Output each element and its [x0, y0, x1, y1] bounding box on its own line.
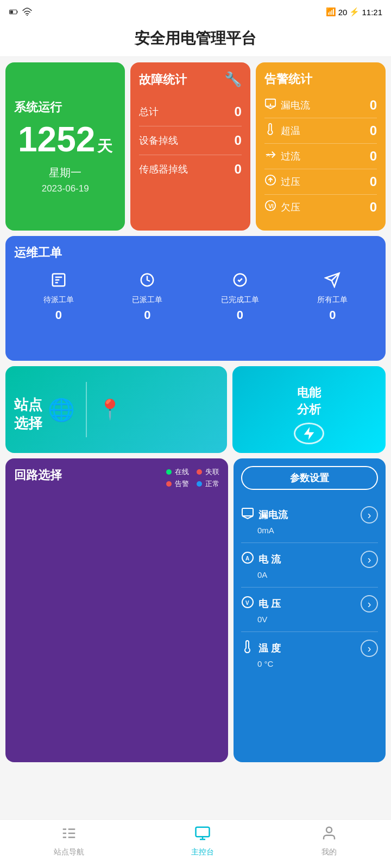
fault-title: 故障统计 [139, 72, 187, 88]
maintenance-card[interactable]: 运维工单 待派工单 0 已派工单 0 [5, 236, 386, 361]
time: 11:21 [362, 8, 382, 17]
param-temp-arrow[interactable]: › [361, 640, 378, 657]
svg-rect-32 [195, 827, 209, 837]
overtemp-icon [264, 123, 276, 138]
param-leakage-arrow[interactable]: › [361, 506, 378, 524]
alert-row-overvoltage: 过压 0 [264, 169, 377, 195]
divider [86, 382, 87, 437]
nav-item-mine[interactable]: 我的 [321, 825, 337, 857]
wifi-icon [22, 7, 33, 17]
station-card[interactable]: 站点 选择 🌐 📍 [5, 366, 227, 453]
nav-item-dashboard[interactable]: 主控台 [191, 825, 214, 857]
row4: 回路选择 在线 失联 告警 正常 [5, 458, 386, 762]
param-voltage[interactable]: V 电 压 › 0V [241, 588, 378, 632]
system-card[interactable]: 系统运行 1252 天 星期一 2023-06-19 [5, 62, 125, 231]
svg-point-3 [27, 15, 28, 16]
offline-dot [197, 469, 202, 475]
normal-dot [197, 481, 202, 487]
param-voltage-arrow[interactable]: › [361, 595, 378, 612]
param-leakage-value: 0mA [257, 526, 378, 535]
param-voltage-value: 0V [257, 615, 378, 624]
svg-rect-21 [242, 508, 253, 516]
param-temp-label: 温 度 [258, 642, 281, 655]
param-temp[interactable]: 温 度 › 0 °C [241, 632, 378, 676]
system-date: 2023-06-19 [42, 183, 89, 194]
row2: 运维工单 待派工单 0 已派工单 0 [5, 236, 386, 361]
param-temp-value: 0 °C [257, 659, 378, 668]
row3: 站点 选择 🌐 📍 电能 分析 [5, 366, 386, 453]
globe-icon: 🌐 [48, 397, 75, 423]
fault-row-total: 总计 0 [139, 98, 241, 126]
alert-row-overcurrent: A 过流 0 [264, 144, 377, 169]
circuit-area [14, 494, 219, 727]
alert-dot [166, 481, 172, 487]
param-current-icon: A [241, 551, 254, 567]
param-current-value: 0A [257, 570, 378, 579]
work-item-pending[interactable]: 待派工单 0 [43, 272, 74, 322]
done-icon [232, 272, 248, 292]
fault-card[interactable]: 故障统计 🔧 总计 0 设备掉线 0 传感器掉线 0 [130, 62, 250, 231]
status-right: 📶 20 ⚡ 11:21 [326, 7, 382, 17]
svg-text:VI: VI [268, 203, 274, 209]
work-item-assigned[interactable]: 已派工单 0 [132, 272, 162, 322]
param-leakage-icon [241, 507, 254, 523]
svg-rect-1 [17, 11, 18, 13]
param-current[interactable]: A 电 流 › 0A [241, 543, 378, 588]
system-label: 系统运行 [14, 99, 62, 116]
params-settings-button[interactable]: 参数设置 [241, 466, 378, 490]
nav-dashboard-label: 主控台 [191, 847, 214, 857]
alert-row-overtemp: 超温 0 [264, 118, 377, 144]
work-item-done[interactable]: 已完成工单 0 [221, 272, 259, 322]
energy-title: 电能 分析 [297, 386, 321, 416]
fault-row-device: 设备掉线 0 [139, 126, 241, 155]
battery-icon [9, 7, 18, 17]
nav-station-label: 站点导航 [54, 847, 84, 857]
circuit-title: 回路选择 [14, 467, 62, 483]
param-leakage-label: 漏电流 [258, 508, 288, 521]
circuit-card[interactable]: 回路选择 在线 失联 告警 正常 [5, 458, 228, 762]
battery-percent: 20 [338, 8, 348, 17]
param-current-label: 电 流 [258, 553, 281, 566]
title-bar: 安全用电管理平台 [0, 22, 391, 57]
alert-card[interactable]: 告警统计 漏电流 0 超温 0 [256, 62, 386, 231]
online-dot [166, 469, 172, 475]
system-days-unit: 天 [97, 136, 112, 157]
param-current-arrow[interactable]: › [361, 551, 378, 568]
overvoltage-icon [264, 174, 276, 189]
nav-mine-icon [321, 825, 337, 845]
energy-card[interactable]: 电能 分析 [232, 366, 386, 453]
param-leakage[interactable]: 漏电流 › 0mA [241, 499, 378, 543]
maintenance-grid: 待派工单 0 已派工单 0 已完成工单 0 [14, 272, 377, 322]
param-temp-icon [241, 640, 254, 656]
svg-rect-2 [10, 10, 13, 13]
row1: 系统运行 1252 天 星期一 2023-06-19 故障统计 🔧 总计 0 设… [5, 62, 386, 231]
nav-item-station[interactable]: 站点导航 [54, 825, 84, 857]
work-item-all[interactable]: 所有工单 0 [317, 272, 348, 322]
location-icon: 📍 [98, 398, 122, 421]
bottom-nav: 站点导航 主控台 我的 [0, 819, 391, 868]
nav-dashboard-icon [194, 825, 211, 845]
leakage-icon [264, 98, 276, 113]
main-grid: 系统运行 1252 天 星期一 2023-06-19 故障统计 🔧 总计 0 设… [0, 57, 391, 819]
system-days: 1252 [18, 122, 95, 157]
alert-row-leakage: 漏电流 0 [264, 93, 377, 118]
svg-text:A: A [266, 152, 270, 158]
station-title: 站点 选择 [14, 397, 42, 431]
svg-point-35 [326, 827, 332, 833]
nav-mine-label: 我的 [321, 847, 337, 857]
page-title: 安全用电管理平台 [0, 28, 391, 49]
pending-icon [51, 272, 67, 292]
svg-marker-20 [304, 427, 314, 439]
status-bar: 📶 20 ⚡ 11:21 [0, 0, 391, 22]
param-voltage-icon: V [241, 596, 254, 612]
alert-title: 告警统计 [264, 71, 377, 87]
maintenance-title: 运维工单 [14, 245, 377, 261]
overcurrent-icon: A [264, 149, 276, 164]
status-left [9, 7, 33, 17]
fault-icon: 🔧 [224, 71, 242, 88]
lightning-icon [294, 423, 324, 444]
svg-text:A: A [245, 556, 249, 561]
param-voltage-label: 电 压 [258, 597, 281, 610]
svg-text:V: V [245, 600, 249, 606]
assigned-icon [139, 272, 155, 292]
